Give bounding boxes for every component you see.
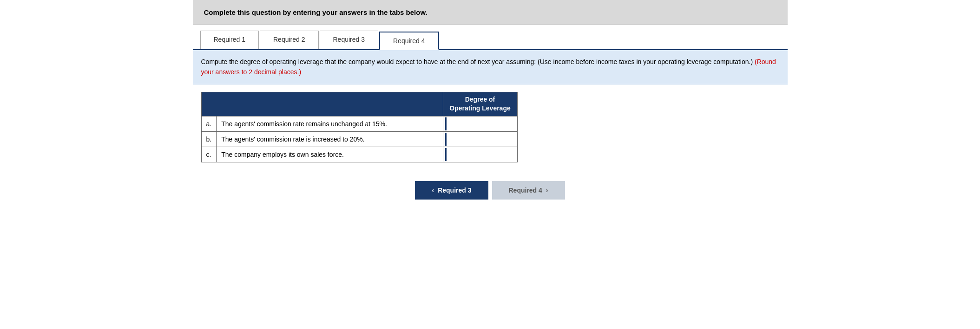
main-table: Degree of Operating Leverage a. The agen… <box>201 92 518 162</box>
tabs-row: Required 1 Required 2 Required 3 Require… <box>193 31 788 50</box>
empty-header <box>201 92 443 116</box>
page-container: Complete this question by entering your … <box>193 0 788 213</box>
header-instruction: Complete this question by entering your … <box>204 8 428 16</box>
prev-icon: ‹ <box>432 187 434 194</box>
nav-buttons: ‹ Required 3 Required 4 › <box>193 181 788 213</box>
row-a-input[interactable] <box>445 117 510 130</box>
row-c-label: c. <box>201 147 217 162</box>
row-c-input[interactable] <box>445 148 510 161</box>
instruction-body: Compute the degree of operating leverage… <box>201 58 753 65</box>
tab-required-1[interactable]: Required 1 <box>200 31 259 49</box>
row-c-input-cell <box>443 147 517 162</box>
col-header-degree: Degree of Operating Leverage <box>443 92 517 116</box>
row-b-input[interactable] <box>445 133 510 146</box>
tab-required-4[interactable]: Required 4 <box>379 32 439 50</box>
row-c-description: The company employs its own sales force. <box>217 147 443 162</box>
next-icon: › <box>546 187 548 194</box>
row-a-label: a. <box>201 116 217 131</box>
table-row: b. The agents' commission rate is increa… <box>201 131 517 147</box>
prev-button[interactable]: ‹ Required 3 <box>415 181 488 200</box>
header-banner: Complete this question by entering your … <box>193 0 788 25</box>
instruction-box: Compute the degree of operating leverage… <box>193 50 788 84</box>
row-b-description: The agents' commission rate is increased… <box>217 131 443 147</box>
table-row: c. The company employs its own sales for… <box>201 147 517 162</box>
row-a-description: The agents' commission rate remains unch… <box>217 116 443 131</box>
tab-required-3[interactable]: Required 3 <box>320 31 379 49</box>
tab-required-2[interactable]: Required 2 <box>260 31 319 49</box>
row-a-input-cell <box>443 116 517 131</box>
row-b-label: b. <box>201 131 217 147</box>
row-b-input-cell <box>443 131 517 147</box>
next-button[interactable]: Required 4 › <box>492 181 565 200</box>
table-row: a. The agents' commission rate remains u… <box>201 116 517 131</box>
next-label: Required 4 <box>509 187 542 194</box>
prev-label: Required 3 <box>438 187 471 194</box>
table-section: Degree of Operating Leverage a. The agen… <box>193 84 788 170</box>
